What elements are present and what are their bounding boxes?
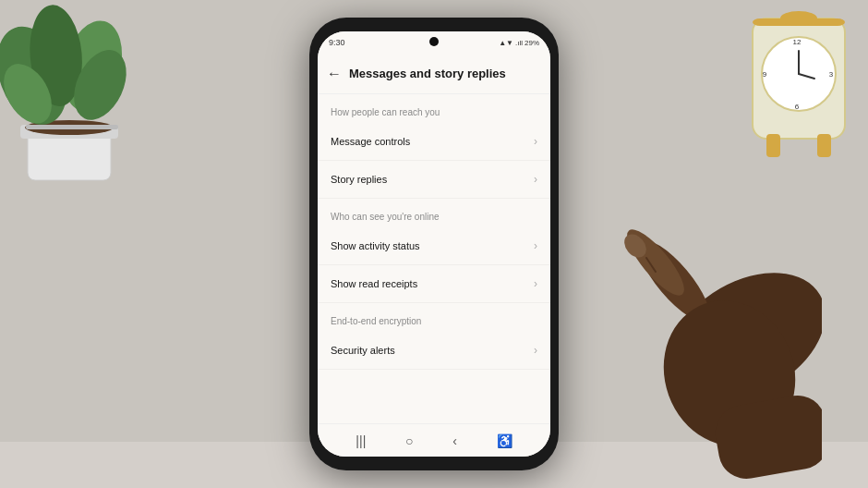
settings-content: How people can reach you Message control… — [318, 94, 550, 423]
hand-overlay — [563, 170, 822, 488]
chevron-icon-2: › — [534, 173, 537, 186]
story-replies-label: Story replies — [331, 174, 387, 185]
activity-status-label: Show activity status — [331, 240, 420, 251]
chevron-icon-1: › — [534, 135, 537, 148]
svg-point-20 — [780, 11, 817, 26]
svg-point-24 — [644, 282, 815, 465]
security-alerts-label: Security alerts — [331, 345, 395, 356]
svg-point-26 — [620, 230, 650, 262]
svg-rect-8 — [26, 125, 118, 129]
chevron-icon-4: › — [534, 277, 537, 290]
svg-point-21 — [648, 247, 822, 426]
plant-decoration — [0, 0, 166, 189]
chevron-icon-5: › — [534, 344, 537, 357]
read-receipts-label: Show read receipts — [331, 278, 417, 289]
svg-text:12: 12 — [793, 38, 802, 46]
security-alerts-item[interactable]: Security alerts › — [318, 332, 550, 370]
svg-text:9: 9 — [763, 70, 767, 79]
home-icon[interactable]: ○ — [405, 433, 413, 448]
svg-line-27 — [646, 258, 656, 272]
section-label-reach: How people can reach you — [318, 94, 550, 123]
back-button[interactable]: ← — [327, 66, 342, 82]
read-receipts-item[interactable]: Show read receipts › — [318, 265, 550, 303]
signal-icon: ▲▼ — [499, 39, 513, 47]
section-label-encryption: End-to-end encryption — [318, 303, 550, 332]
phone-screen: 9:30 ▲▼ .ıll 29% ← Messages and story re… — [318, 31, 550, 457]
app-header: ← Messages and story replies — [318, 54, 550, 94]
status-icons: ▲▼ .ıll 29% — [499, 39, 539, 47]
phone-device: 9:30 ▲▼ .ıll 29% ← Messages and story re… — [309, 18, 559, 470]
svg-text:6: 6 — [795, 103, 800, 111]
story-replies-item[interactable]: Story replies › — [318, 161, 550, 199]
svg-point-23 — [619, 223, 692, 303]
message-controls-item[interactable]: Message controls › — [318, 123, 550, 161]
camera-hole — [429, 37, 439, 46]
svg-rect-17 — [766, 134, 780, 157]
page-title: Messages and story replies — [349, 67, 541, 80]
section-label-online: Who can see you're online — [318, 199, 550, 227]
battery-icon: 29% — [524, 39, 539, 47]
bottom-navigation: ||| ○ ‹ ♿ — [318, 423, 550, 457]
svg-point-22 — [629, 231, 719, 330]
activity-status-item[interactable]: Show activity status › — [318, 227, 550, 265]
accessibility-icon[interactable]: ♿ — [497, 433, 512, 448]
chevron-icon-3: › — [534, 239, 537, 252]
svg-text:3: 3 — [829, 70, 834, 79]
recent-apps-icon[interactable]: ||| — [356, 433, 366, 448]
message-controls-label: Message controls — [331, 136, 410, 147]
status-time: 9:30 — [329, 38, 345, 47]
wifi-icon: .ıll — [515, 39, 523, 47]
back-nav-icon[interactable]: ‹ — [452, 433, 457, 448]
clock-decoration: 12 3 6 9 — [739, 9, 859, 170]
svg-rect-18 — [817, 134, 831, 157]
